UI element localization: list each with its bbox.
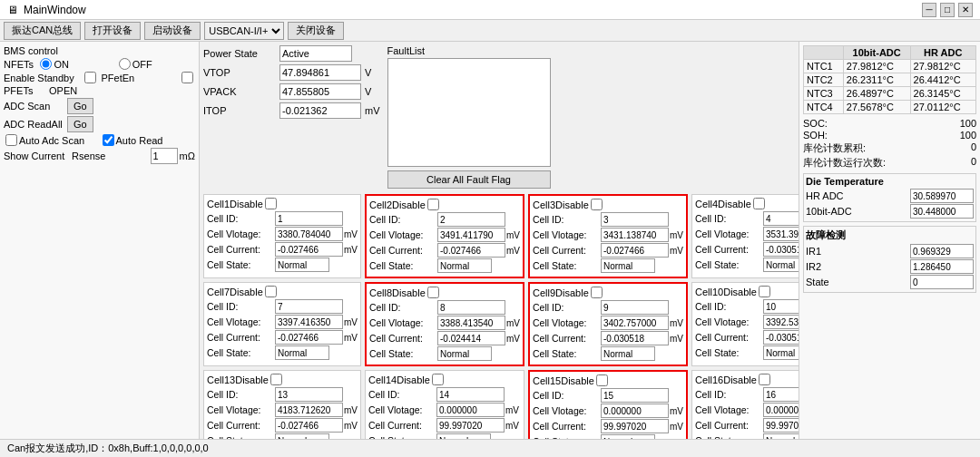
cell-disable-check-3[interactable] bbox=[591, 199, 603, 210]
cell-state-input-1[interactable] bbox=[275, 258, 329, 272]
start-device-button[interactable]: 启动设备 bbox=[144, 22, 201, 40]
cell-disable-check-8[interactable] bbox=[427, 287, 439, 298]
cell-state-input-7[interactable] bbox=[275, 345, 329, 360]
cell-id-input-10[interactable] bbox=[763, 299, 799, 314]
cell-current-input-8[interactable] bbox=[437, 331, 505, 345]
cell-id-label-14: Cell ID: bbox=[368, 389, 436, 400]
cell-current-input-14[interactable] bbox=[436, 418, 505, 433]
cell-current-input-9[interactable] bbox=[601, 331, 669, 345]
cell-vlotage-input-4[interactable] bbox=[763, 227, 799, 241]
nfets-on-radio[interactable] bbox=[40, 58, 52, 70]
cell-vlotage-input-7[interactable] bbox=[275, 315, 343, 329]
close-device-button[interactable]: 关闭设备 bbox=[288, 22, 344, 40]
itop-unit: mV bbox=[365, 105, 380, 116]
cell-state-input-4[interactable] bbox=[763, 258, 799, 272]
cell-id-input-8[interactable] bbox=[437, 300, 505, 315]
adc-scan-go-button[interactable]: Go bbox=[67, 98, 93, 114]
cell-current-input-1[interactable] bbox=[275, 242, 343, 257]
cell-vlotage-input-13[interactable] bbox=[275, 403, 343, 417]
adc-readall-go-button[interactable]: Go bbox=[67, 116, 93, 132]
cell-vlotage-input-14[interactable] bbox=[436, 403, 505, 417]
cell-disable-check-1[interactable] bbox=[265, 198, 277, 209]
hr-adc-input[interactable] bbox=[910, 189, 974, 203]
cell-state-input-13[interactable] bbox=[275, 433, 329, 439]
cell-state-input-15[interactable] bbox=[601, 434, 655, 439]
cell-current-label-1: Cell Current: bbox=[207, 244, 275, 255]
cell-id-input-16[interactable] bbox=[763, 387, 799, 402]
cell-current-input-15[interactable] bbox=[601, 419, 669, 433]
cell-current-input-13[interactable] bbox=[275, 418, 343, 433]
cell-id-label-9: Cell ID: bbox=[533, 302, 601, 313]
auto-read-check[interactable] bbox=[103, 134, 114, 146]
vtop-input[interactable] bbox=[279, 64, 361, 81]
cell-current-input-3[interactable] bbox=[601, 243, 669, 258]
cell-vlotage-input-8[interactable] bbox=[437, 316, 505, 330]
cell-disable-check-4[interactable] bbox=[753, 198, 765, 209]
right-panel: 10bit-ADC HR ADC NTC127.9812°C27.9812°CN… bbox=[799, 42, 980, 439]
cell-state-input-2[interactable] bbox=[437, 258, 492, 273]
cell-id-input-15[interactable] bbox=[601, 388, 669, 403]
cell-vlotage-input-10[interactable] bbox=[763, 315, 799, 329]
cell-disable-check-2[interactable] bbox=[427, 199, 439, 210]
usb-select[interactable]: USBCAN-I/I+ bbox=[204, 22, 284, 40]
cell-current-label-10: Cell Current: bbox=[695, 332, 763, 343]
ir2-input[interactable] bbox=[910, 259, 974, 274]
cell-vlotage-input-9[interactable] bbox=[601, 316, 669, 330]
cell-disable-check-16[interactable] bbox=[759, 374, 770, 385]
ir1-input[interactable] bbox=[910, 244, 974, 258]
cell-current-row-3: Cell Current: mV bbox=[533, 243, 683, 258]
cell-current-input-16[interactable] bbox=[763, 418, 799, 433]
cell-current-input-10[interactable] bbox=[763, 330, 799, 345]
cell-id-input-4[interactable] bbox=[763, 211, 799, 226]
maximize-button[interactable]: □ bbox=[940, 3, 955, 17]
cell-id-input-14[interactable] bbox=[436, 387, 505, 402]
cell-id-input-13[interactable] bbox=[275, 387, 343, 402]
ntc-adc10: 26.4897°C bbox=[843, 87, 910, 101]
pfeten-check[interactable] bbox=[181, 72, 193, 83]
cell-disable-check-13[interactable] bbox=[270, 374, 282, 385]
fault-list-area[interactable] bbox=[387, 58, 551, 167]
cell-current-input-7[interactable] bbox=[275, 330, 343, 345]
cell-current-input-2[interactable] bbox=[437, 243, 505, 258]
cell-id-row-7: Cell ID: bbox=[207, 299, 358, 314]
cell-state-input-10[interactable] bbox=[763, 345, 799, 360]
cell-vlotage-input-1[interactable] bbox=[275, 227, 343, 241]
cell-current-input-4[interactable] bbox=[763, 242, 799, 257]
cell-vlotage-input-16[interactable] bbox=[763, 403, 799, 417]
cell-state-input-14[interactable] bbox=[436, 433, 491, 439]
itop-input[interactable] bbox=[279, 102, 361, 119]
nfets-off-radio[interactable] bbox=[119, 58, 131, 70]
clear-fault-button[interactable]: Clear All Fault Flag bbox=[387, 170, 551, 189]
cell-disable-check-15[interactable] bbox=[596, 374, 608, 386]
open-device-button[interactable]: 打开设备 bbox=[84, 22, 141, 40]
cell-state-input-3[interactable] bbox=[601, 258, 655, 273]
ntc-name: NTC2 bbox=[804, 73, 844, 87]
cell-disable-check-7[interactable] bbox=[265, 286, 277, 297]
cell-state-input-9[interactable] bbox=[601, 346, 655, 361]
cell-id-input-7[interactable] bbox=[275, 299, 343, 314]
cell-disable-check-9[interactable] bbox=[591, 287, 603, 298]
minimize-button[interactable]: ─ bbox=[922, 3, 936, 17]
cell-id-input-1[interactable] bbox=[275, 211, 343, 226]
vpack-input[interactable] bbox=[279, 83, 361, 100]
cell-header-13: Cell13Disable bbox=[207, 374, 358, 385]
cell-disable-label-10: Cell10Disable bbox=[695, 287, 757, 297]
cell-state-input-16[interactable] bbox=[763, 433, 799, 439]
cell-id-input-3[interactable] bbox=[601, 212, 669, 227]
close-button[interactable]: ✕ bbox=[958, 3, 973, 17]
cell-vlotage-input-3[interactable] bbox=[601, 228, 669, 242]
auto-adc-scan-check[interactable] bbox=[5, 134, 17, 146]
cell-id-input-2[interactable] bbox=[437, 212, 505, 227]
power-state-input[interactable] bbox=[279, 45, 352, 62]
rsense-input[interactable] bbox=[151, 148, 178, 164]
cell-id-input-9[interactable] bbox=[601, 300, 669, 315]
cell-state-input-8[interactable] bbox=[437, 346, 492, 361]
cell-vlotage-input-2[interactable] bbox=[437, 228, 505, 242]
cell-vlotage-input-15[interactable] bbox=[601, 404, 669, 418]
adc10-die-input[interactable] bbox=[910, 204, 974, 219]
cell-disable-check-14[interactable] bbox=[432, 374, 444, 385]
enable-standby-check[interactable] bbox=[84, 72, 96, 83]
cell-disable-check-10[interactable] bbox=[759, 286, 770, 297]
state-input[interactable] bbox=[910, 275, 974, 289]
can-bus-button[interactable]: 振达CAN总线 bbox=[4, 22, 81, 40]
